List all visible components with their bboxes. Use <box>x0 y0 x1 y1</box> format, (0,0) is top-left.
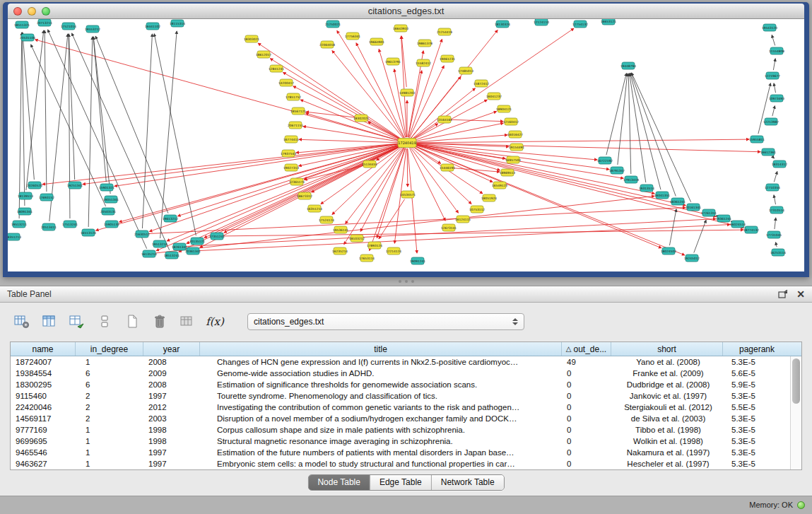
function-builder-button[interactable]: f(x) <box>204 312 225 332</box>
graph-node[interactable]: 17310514 <box>769 206 784 214</box>
graph-edge[interactable] <box>772 35 775 46</box>
graph-node[interactable]: 16041351 <box>654 192 670 199</box>
graph-edge[interactable] <box>408 148 417 253</box>
graph-node[interactable]: 17261351 <box>701 209 717 216</box>
tab-network-table[interactable]: Network Table <box>431 475 504 490</box>
graph-node[interactable]: 20671151 <box>288 122 303 129</box>
graph-node[interactable]: 13164161 <box>437 116 452 123</box>
graph-edge[interactable] <box>299 139 401 142</box>
column-header-out-de-[interactable]: △out_de... <box>562 342 611 356</box>
graph-node[interactable]: 15582412 <box>416 59 431 66</box>
graph-node[interactable]: 20135121 <box>189 238 205 245</box>
new-document-button[interactable] <box>122 312 143 332</box>
graph-node[interactable]: 12214124 <box>386 247 401 255</box>
graph-node[interactable]: 12160412 <box>503 118 519 125</box>
column-header-name[interactable]: name <box>11 342 76 356</box>
import-table-button[interactable] <box>177 312 198 332</box>
graph-node[interactable]: 12213987 <box>763 118 779 125</box>
graph-edge[interactable] <box>618 74 628 165</box>
table-row[interactable]: 977716911998Corpus callosum shape and si… <box>11 424 791 436</box>
graph-node[interactable]: 16549123 <box>492 182 507 189</box>
graph-edge[interactable] <box>413 144 717 217</box>
graph-node[interactable]: 19536141 <box>333 226 348 233</box>
graph-node[interactable]: 18091341 <box>17 208 33 215</box>
table-row[interactable]: 1830029562008Estimation of significance … <box>11 379 791 390</box>
graph-edge[interactable] <box>632 73 691 202</box>
column-header-short[interactable]: short <box>611 342 723 356</box>
graph-edge[interactable] <box>772 106 775 117</box>
graph-edge[interactable] <box>412 28 574 139</box>
graph-node[interactable]: 19613791 <box>385 58 401 65</box>
graph-node[interactable]: 18051924 <box>481 194 497 201</box>
graph-node[interactable]: 19613212 <box>163 215 178 222</box>
graph-node[interactable]: 18351213 <box>8 233 21 240</box>
graph-edge[interactable] <box>356 43 404 138</box>
graph-node[interactable]: 21630512 <box>134 230 150 238</box>
graph-node[interactable]: 16957504 <box>505 156 521 163</box>
row-view-button[interactable] <box>94 312 115 332</box>
graph-node[interactable]: 16653121 <box>601 19 616 25</box>
graph-edge[interactable] <box>773 59 775 70</box>
graph-edge[interactable] <box>758 83 770 134</box>
graph-edge[interactable] <box>630 74 661 190</box>
graph-edge[interactable] <box>407 148 408 187</box>
column-header-title[interactable]: title <box>200 342 562 356</box>
graph-node[interactable]: 17937543 <box>281 150 296 157</box>
graph-edge[interactable] <box>413 144 597 160</box>
graph-node[interactable]: 17653114 <box>359 255 375 262</box>
table-settings-button[interactable] <box>11 312 33 332</box>
graph-node[interactable]: 19091241 <box>410 257 425 264</box>
graph-edge[interactable] <box>401 36 407 137</box>
graph-edge[interactable] <box>774 172 777 182</box>
graph-node[interactable]: 12754132 <box>572 21 588 28</box>
graph-node[interactable]: 16253114 <box>770 249 786 256</box>
graph-node[interactable]: 20503131 <box>100 208 116 215</box>
graph-edge[interactable] <box>401 36 406 87</box>
graph-edge[interactable] <box>48 30 147 249</box>
graph-edge[interactable] <box>411 147 459 213</box>
graph-node[interactable]: 19861378 <box>417 40 433 47</box>
graph-node[interactable]: 15446191 <box>440 164 455 171</box>
graph-node[interactable]: 17913419 <box>623 176 639 183</box>
graph-node[interactable]: 19543120 <box>762 24 777 31</box>
graph-edge[interactable] <box>606 74 626 156</box>
graph-node[interactable]: 20361341 <box>185 247 201 255</box>
graph-node[interactable]: 15955811 <box>749 136 765 143</box>
graph-node[interactable]: 18115314 <box>170 20 185 27</box>
graph-edge[interactable] <box>93 37 110 194</box>
graph-edge[interactable] <box>185 219 716 247</box>
graph-node[interactable]: 19513211 <box>11 221 27 228</box>
scrollbar-thumb[interactable] <box>792 358 800 404</box>
graph-node[interactable]: 17524124 <box>319 216 334 223</box>
graph-node[interactable]: 18969513 <box>500 169 515 176</box>
graph-node[interactable]: 15905132 <box>104 221 119 228</box>
graph-edge[interactable] <box>630 74 646 182</box>
graph-node[interactable]: 16643910 <box>393 25 408 32</box>
graph-edge[interactable] <box>72 33 170 250</box>
table-row[interactable]: 911546021997Tourette syndrome. Phenomeno… <box>11 390 791 402</box>
graph-edge[interactable] <box>410 148 446 221</box>
graph-node[interactable]: 16024514 <box>730 221 746 228</box>
graph-node[interactable]: 19553212 <box>85 25 100 33</box>
graph-edge[interactable] <box>167 145 401 241</box>
graph-node[interactable]: 14534571 <box>400 191 416 198</box>
window-titlebar[interactable]: citations_edges.txt <box>8 4 804 19</box>
table-row[interactable]: 946362711997Embryonic stem cells: a mode… <box>11 458 791 469</box>
table-row[interactable]: 1938455462009Genome-wide association stu… <box>11 368 791 379</box>
graph-edge[interactable] <box>199 225 730 251</box>
graph-node[interactable]: 19313514 <box>639 185 654 192</box>
graph-node[interactable]: 18139513 <box>18 192 33 199</box>
graph-edge[interactable] <box>22 33 25 206</box>
column-header-in-degree[interactable]: in_degree <box>76 342 143 356</box>
graph-node[interactable]: 18612017 <box>256 51 271 58</box>
pane-divider[interactable] <box>0 277 812 286</box>
table-row[interactable]: 969969511998Structural magnetic resonanc… <box>11 436 791 447</box>
graph-node[interactable]: 16041237 <box>486 93 502 100</box>
graph-node[interactable]: 16235214 <box>332 247 348 255</box>
graph-node[interactable]: 17521014 <box>61 23 76 30</box>
show-columns-button[interactable] <box>39 312 60 332</box>
tab-node-table[interactable]: Node Table <box>308 475 370 490</box>
graph-edge[interactable] <box>148 208 686 234</box>
graph-node[interactable]: 16774411 <box>283 136 299 143</box>
graph-edge[interactable] <box>775 218 776 229</box>
